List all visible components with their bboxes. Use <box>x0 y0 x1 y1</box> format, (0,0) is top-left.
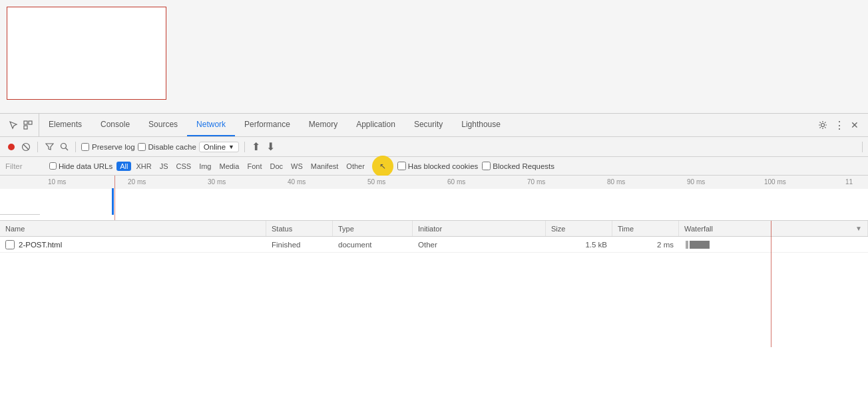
th-size[interactable]: Size <box>546 221 612 236</box>
table-row[interactable]: 2-POST.html Finished document Other 1.5 … <box>0 237 868 253</box>
th-type[interactable]: Type <box>333 221 413 236</box>
filter-manifest[interactable]: Manifest <box>308 162 342 171</box>
ruler-10ms: 10 ms <box>48 178 66 186</box>
tab-right-icons: ⋮ ✕ <box>812 120 865 130</box>
filter-placeholder[interactable]: Filter <box>5 162 45 170</box>
ruler-70ms: 70 ms <box>527 178 545 186</box>
filter-font[interactable]: Font <box>244 162 265 171</box>
waterfall-bar-container <box>684 241 863 249</box>
blocked-requests-container[interactable]: Blocked Requests <box>482 162 554 170</box>
devtools-panel: Elements Console Sources Network Perform… <box>0 113 868 407</box>
disable-cache-checkbox[interactable] <box>138 143 146 151</box>
hide-data-urls-container[interactable]: Hide data URLs <box>49 162 112 170</box>
close-icon[interactable]: ✕ <box>849 120 860 130</box>
settings-icon[interactable] <box>817 120 828 130</box>
throttle-select[interactable]: Online ▼ <box>199 142 239 152</box>
toolbar-divider-2 <box>75 142 76 152</box>
svg-line-8 <box>65 148 68 151</box>
hide-data-urls-checkbox[interactable] <box>49 162 57 170</box>
cursor-icon[interactable] <box>8 120 19 130</box>
td-initiator: Other <box>413 237 546 252</box>
tab-performance[interactable]: Performance <box>235 114 300 136</box>
preserve-log-label[interactable]: Preserve log <box>81 143 135 151</box>
record-button[interactable] <box>5 141 17 153</box>
tab-security[interactable]: Security <box>405 114 452 136</box>
toolbar-divider-1 <box>37 142 38 152</box>
ruler-110ms: 11 <box>845 178 853 186</box>
blocked-requests-checkbox[interactable] <box>482 162 491 170</box>
ruler-60ms: 60 ms <box>447 178 465 186</box>
svg-line-6 <box>23 144 29 150</box>
ruler-90ms: 90 ms <box>687 178 705 186</box>
td-status: Finished <box>266 237 333 252</box>
filter-xhr[interactable]: XHR <box>132 162 154 171</box>
td-name: 2-POST.html <box>0 237 266 252</box>
more-options-icon[interactable]: ⋮ <box>833 120 844 130</box>
th-time[interactable]: Time <box>612 221 679 236</box>
svg-point-7 <box>61 144 66 149</box>
timeline-blue-bar <box>112 188 114 215</box>
timeline: 10 ms 20 ms 30 ms 40 ms 50 ms 60 ms 70 m… <box>0 176 868 221</box>
ruler-40ms: 40 ms <box>288 178 306 186</box>
tab-network[interactable]: Network <box>187 114 235 136</box>
filter-types: All XHR JS CSS Img Media Font Doc WS Man… <box>116 162 368 171</box>
ruler-20ms: 20 ms <box>128 178 146 186</box>
svg-rect-0 <box>24 121 27 124</box>
inspect-icon[interactable] <box>23 120 33 130</box>
cursor-arrow-icon: ↖ <box>379 162 386 171</box>
filter-bar: Filter Hide data URLs All XHR JS CSS Img… <box>0 157 868 176</box>
filter-img[interactable]: Img <box>196 162 214 171</box>
svg-rect-1 <box>29 121 32 124</box>
search-icon[interactable] <box>58 141 70 153</box>
disable-cache-label[interactable]: Disable cache <box>138 143 196 151</box>
td-waterfall <box>679 237 868 252</box>
waterfall-dark-bar <box>690 241 710 249</box>
network-table: Name Status Type Initiator Size Time Wat… <box>0 221 868 407</box>
table-header: Name Status Type Initiator Size Time Wat… <box>0 221 868 237</box>
import-icon[interactable]: ⬆ <box>250 141 262 153</box>
td-time: 2 ms <box>612 237 679 252</box>
svg-rect-2 <box>24 126 27 129</box>
filter-css[interactable]: CSS <box>173 162 195 171</box>
cursor-highlight: ↖ <box>372 156 393 177</box>
th-name[interactable]: Name <box>0 221 266 236</box>
cursor-overlay-area: ↖ <box>372 156 393 177</box>
th-initiator[interactable]: Initiator <box>413 221 546 236</box>
timeline-bottom-line <box>0 214 40 215</box>
timeline-red-line <box>114 176 115 221</box>
preserve-log-checkbox[interactable] <box>81 143 89 151</box>
filter-other[interactable]: Other <box>343 162 368 171</box>
tab-elements[interactable]: Elements <box>39 114 91 136</box>
tab-lighthouse[interactable]: Lighthouse <box>452 114 510 136</box>
clear-button[interactable] <box>20 141 32 153</box>
th-waterfall[interactable]: Waterfall ▼ <box>679 221 868 236</box>
tab-application[interactable]: Application <box>347 114 405 136</box>
tab-memory[interactable]: Memory <box>300 114 347 136</box>
tab-console[interactable]: Console <box>91 114 139 136</box>
has-blocked-cookies-checkbox[interactable] <box>397 162 406 170</box>
tab-sources[interactable]: Sources <box>139 114 187 136</box>
td-type: document <box>333 237 413 252</box>
svg-point-4 <box>8 144 15 150</box>
webpage-box <box>7 7 166 100</box>
sort-arrow-icon: ▼ <box>855 225 862 232</box>
filter-media[interactable]: Media <box>216 162 242 171</box>
waterfall-gray-bar <box>686 241 688 249</box>
export-icon[interactable]: ⬇ <box>265 141 277 153</box>
has-blocked-cookies-container[interactable]: Has blocked cookies <box>397 162 478 170</box>
waterfall-vertical-line <box>771 221 771 347</box>
filter-ws[interactable]: WS <box>288 162 306 171</box>
td-size: 1.5 kB <box>546 237 612 252</box>
ruler-80ms: 80 ms <box>607 178 625 186</box>
row-checkbox[interactable] <box>5 240 15 249</box>
th-status[interactable]: Status <box>266 221 333 236</box>
toolbar-divider-3 <box>244 142 245 152</box>
webpage-preview <box>0 0 868 113</box>
filter-all[interactable]: All <box>116 162 131 171</box>
filter-doc[interactable]: Doc <box>266 162 286 171</box>
tab-icon-group <box>3 114 39 136</box>
chevron-down-icon: ▼ <box>228 144 234 150</box>
ruler-30ms: 30 ms <box>208 178 226 186</box>
filter-js[interactable]: JS <box>156 162 172 171</box>
filter-icon[interactable] <box>43 141 55 153</box>
